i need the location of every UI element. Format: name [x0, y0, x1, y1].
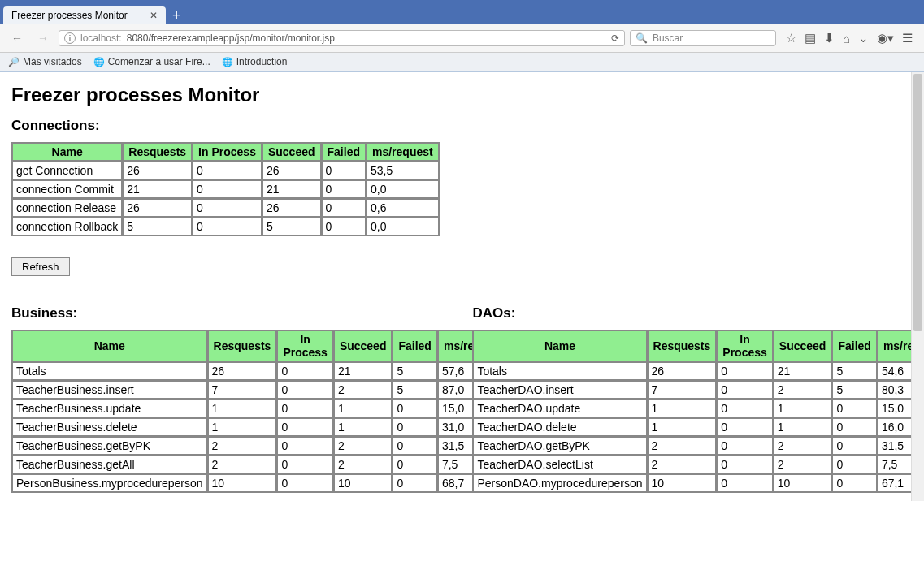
col-msrequest: ms/request [367, 143, 439, 161]
library-icon[interactable]: ▤ [805, 31, 816, 45]
cell-ms: 0,6 [367, 199, 439, 217]
table-header-row: Name Resquests In Process Succeed Failed… [12, 143, 439, 161]
bookmark-most-visited[interactable]: 🔎Más visitados [8, 56, 82, 67]
cell-fail: 0 [322, 218, 366, 235]
table-row: TeacherDAO.selectList20207,5 [473, 456, 924, 473]
home-icon[interactable]: ⌂ [843, 32, 850, 45]
cell-succ: 21 [334, 362, 393, 380]
bookmark-introduction[interactable]: 🌐Introduction [222, 56, 288, 67]
business-table: Name Resquests In Process Succeed Failed… [11, 330, 511, 493]
browser-tab[interactable]: Freezer processes Monitor ✕ [3, 6, 166, 24]
col-requests: Resquests [208, 330, 277, 361]
cell-name: TeacherDAO.update [473, 399, 646, 417]
cell-req: 1 [648, 418, 717, 436]
table-row: PersonBusiness.myprocedureperson10010068… [12, 474, 510, 492]
search-box[interactable]: 🔍 Buscar [630, 30, 776, 46]
profile-icon[interactable]: ◉▾ [877, 31, 894, 45]
bookmark-label: Comenzar a usar Fire... [108, 56, 210, 67]
cell-succ: 2 [334, 381, 393, 399]
cell-fail: 0 [832, 399, 876, 417]
most-visited-icon: 🔎 [8, 56, 20, 67]
cell-succ: 21 [774, 362, 832, 380]
cell-ms: 0,0 [367, 218, 439, 235]
cell-req: 7 [648, 381, 717, 399]
cell-inproc: 0 [193, 180, 262, 198]
scrollbar[interactable] [911, 72, 924, 501]
table-row: TeacherDAO.update101015,0 [473, 399, 924, 417]
cell-inproc: 0 [277, 456, 332, 473]
cell-inproc: 0 [717, 399, 772, 417]
cell-fail: 0 [393, 456, 436, 473]
cell-req: 26 [123, 162, 192, 179]
cell-fail: 5 [393, 362, 436, 380]
globe-icon: 🌐 [93, 56, 105, 67]
cell-req: 1 [208, 399, 277, 417]
connections-body: get Connection26026053,5connection Commi… [12, 162, 439, 235]
cell-req: 21 [123, 180, 192, 198]
cell-fail: 0 [393, 474, 436, 492]
table-row: Totals26021557,6 [12, 362, 510, 380]
refresh-button[interactable]: Refresh [11, 257, 70, 276]
col-requests: Resquests [123, 143, 192, 161]
bookmark-star-icon[interactable]: ☆ [786, 31, 796, 45]
cell-fail: 0 [832, 456, 876, 473]
close-icon[interactable]: ✕ [150, 10, 158, 21]
cell-fail: 0 [322, 180, 366, 198]
daos-table: Name Resquests In Process Succeed Failed… [472, 330, 924, 493]
cell-fail: 0 [322, 199, 366, 217]
bookmark-start-firefox[interactable]: 🌐Comenzar a usar Fire... [93, 56, 210, 67]
col-succeed: Succeed [774, 330, 832, 361]
cell-name: get Connection [12, 162, 122, 179]
scrollbar-thumb[interactable] [913, 74, 922, 331]
cell-fail: 0 [832, 418, 876, 436]
cell-name: TeacherDAO.delete [473, 418, 646, 436]
url-path: 8080/freezerexampleapp/jsp/monitor/monit… [127, 32, 335, 44]
table-row: TeacherBusiness.update101015,0 [12, 399, 510, 417]
cell-fail: 0 [393, 437, 436, 455]
col-failed: Failed [832, 330, 876, 361]
cell-req: 26 [208, 362, 277, 380]
cell-name: TeacherDAO.selectList [473, 456, 646, 473]
lower-columns: Business: Name Resquests In Process Succ… [11, 297, 913, 493]
reload-icon[interactable]: ⟳ [611, 32, 619, 44]
table-header-row: Name Resquests In Process Succeed Failed… [473, 330, 924, 361]
cell-inproc: 0 [193, 218, 262, 235]
downloads-icon[interactable]: ⬇ [824, 31, 835, 45]
cell-ms: 0,0 [367, 180, 439, 198]
pocket-icon[interactable]: ⌄ [858, 31, 869, 45]
cell-succ: 2 [334, 456, 393, 473]
col-failed: Failed [393, 330, 436, 361]
search-icon: 🔍 [636, 32, 648, 44]
col-failed: Failed [322, 143, 366, 161]
cell-name: Totals [12, 362, 207, 380]
cell-req: 10 [208, 474, 277, 492]
daos-column: DAOs: Name Resquests In Process Succeed … [472, 297, 913, 493]
url-bar[interactable]: i localhost:8080/freezerexampleapp/jsp/m… [59, 30, 625, 46]
cell-name: TeacherBusiness.getByPK [12, 437, 207, 455]
back-button[interactable]: ← [7, 28, 28, 49]
new-tab-button[interactable]: + [166, 7, 188, 24]
cell-name: TeacherDAO.insert [473, 381, 646, 399]
cell-req: 10 [648, 474, 717, 492]
cell-req: 2 [208, 437, 277, 455]
cell-fail: 0 [393, 399, 436, 417]
menu-icon[interactable]: ☰ [902, 31, 913, 45]
cell-name: Totals [473, 362, 646, 380]
cell-req: 26 [648, 362, 717, 380]
col-name: Name [12, 143, 122, 161]
table-row: Totals26021554,6 [473, 362, 924, 380]
connections-table: Name Resquests In Process Succeed Failed… [11, 142, 440, 236]
bookmarks-bar: 🔎Más visitados 🌐Comenzar a usar Fire... … [0, 53, 924, 71]
forward-button[interactable]: → [33, 28, 54, 49]
cell-name: TeacherBusiness.insert [12, 381, 207, 399]
table-row: connection Rollback50500,0 [12, 218, 439, 235]
info-icon[interactable]: i [64, 32, 76, 44]
cell-inproc: 0 [717, 456, 772, 473]
cell-name: connection Commit [12, 180, 122, 198]
cell-succ: 2 [774, 456, 832, 473]
table-row: TeacherBusiness.getAll20207,5 [12, 456, 510, 473]
cell-inproc: 0 [277, 362, 332, 380]
bookmark-label: Introduction [236, 56, 288, 67]
table-row: TeacherDAO.getByPK202031,5 [473, 437, 924, 455]
table-row: get Connection26026053,5 [12, 162, 439, 179]
